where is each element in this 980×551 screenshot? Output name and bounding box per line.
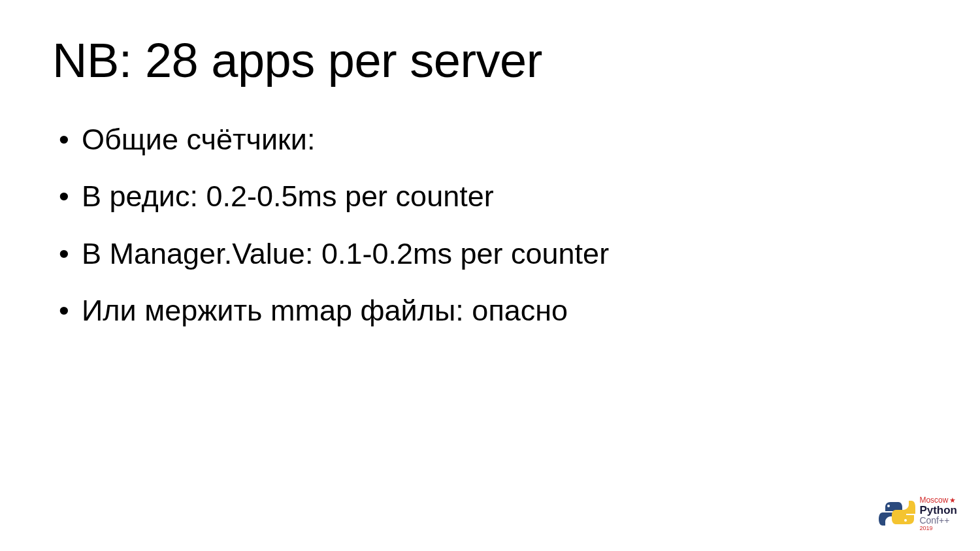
logo-moscow-text: Moscow xyxy=(919,496,948,505)
svg-point-0 xyxy=(887,505,890,507)
conference-logo: Moscow★ Python Conf++ 2019 xyxy=(879,494,957,531)
logo-conf-text: Conf++ xyxy=(919,516,957,525)
bullet-item: Или мержить mmap файлы: опасно xyxy=(59,295,928,326)
bullet-item: Общие счётчики: xyxy=(59,124,928,155)
star-icon: ★ xyxy=(949,496,956,504)
logo-python-text: Python xyxy=(919,505,957,516)
python-logo-icon xyxy=(879,497,915,529)
svg-point-1 xyxy=(904,519,907,522)
logo-text: Moscow★ Python Conf++ 2019 xyxy=(919,494,957,531)
bullet-item: В редис: 0.2-0.5ms per counter xyxy=(59,181,928,212)
slide-title: NB: 28 apps per server xyxy=(52,33,928,88)
logo-year-text: 2019 xyxy=(919,526,957,531)
bullet-list: Общие счётчики: В редис: 0.2-0.5ms per c… xyxy=(52,124,928,326)
logo-moscow-line: Moscow★ xyxy=(919,494,957,505)
slide-container: NB: 28 apps per server Общие счётчики: В… xyxy=(0,0,980,551)
bullet-item: В Manager.Value: 0.1-0.2ms per counter xyxy=(59,238,928,269)
